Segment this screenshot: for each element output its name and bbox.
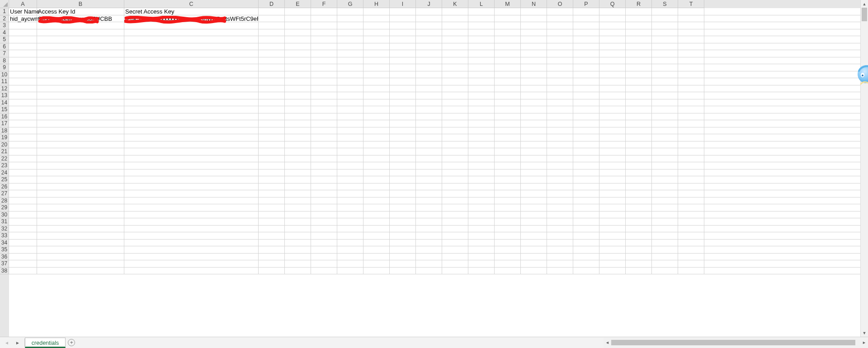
cell-D10[interactable] bbox=[259, 71, 285, 78]
cell-I8[interactable] bbox=[390, 57, 416, 64]
cell-B10[interactable] bbox=[37, 71, 124, 78]
cell-R35[interactable] bbox=[626, 246, 652, 253]
cell-F21[interactable] bbox=[311, 148, 337, 155]
cell-D28[interactable] bbox=[259, 198, 285, 204]
cell-F20[interactable] bbox=[311, 141, 337, 148]
scroll-down-button[interactable]: ▼ bbox=[861, 329, 868, 337]
cell-S11[interactable] bbox=[652, 78, 678, 85]
cell-B30[interactable] bbox=[37, 212, 124, 218]
cell-N20[interactable] bbox=[521, 141, 547, 148]
cell-H37[interactable] bbox=[363, 260, 390, 267]
cell-H30[interactable] bbox=[363, 212, 390, 218]
cell-C32[interactable] bbox=[124, 226, 259, 232]
cell-L17[interactable] bbox=[468, 120, 495, 127]
cell-H15[interactable] bbox=[363, 106, 390, 113]
cell-D5[interactable] bbox=[259, 36, 285, 43]
cell-C24[interactable] bbox=[124, 169, 259, 176]
cell-F1[interactable] bbox=[311, 8, 337, 15]
cell-J2[interactable] bbox=[416, 15, 442, 22]
cell-P3[interactable] bbox=[573, 22, 599, 29]
cell-M13[interactable] bbox=[495, 92, 521, 99]
cell-H16[interactable] bbox=[363, 113, 390, 120]
cell-B37[interactable] bbox=[37, 260, 124, 267]
cell-M29[interactable] bbox=[495, 204, 521, 211]
cell-I18[interactable] bbox=[390, 127, 416, 134]
cell-R29[interactable] bbox=[626, 204, 652, 211]
cell-S3[interactable] bbox=[652, 22, 678, 29]
cell-C3[interactable] bbox=[124, 22, 259, 29]
cell-C20[interactable] bbox=[124, 141, 259, 148]
cell-Q3[interactable] bbox=[599, 22, 626, 29]
cell-N24[interactable] bbox=[521, 169, 547, 176]
cell-A4[interactable] bbox=[9, 29, 37, 36]
cell-T38[interactable] bbox=[678, 268, 704, 274]
cell-G25[interactable] bbox=[337, 176, 363, 183]
cell-E15[interactable] bbox=[285, 106, 311, 113]
cell-F12[interactable] bbox=[311, 85, 337, 92]
cell-A1[interactable]: User Name bbox=[9, 8, 37, 15]
cell-I5[interactable] bbox=[390, 36, 416, 43]
horizontal-scrollbar[interactable]: ◄ ► bbox=[604, 337, 868, 348]
cell-T31[interactable] bbox=[678, 218, 704, 225]
cell-C19[interactable] bbox=[124, 134, 259, 141]
cell-C7[interactable] bbox=[124, 50, 259, 57]
cell-A8[interactable] bbox=[9, 57, 37, 64]
cell-F17[interactable] bbox=[311, 120, 337, 127]
cell-M5[interactable] bbox=[495, 36, 521, 43]
cell-A19[interactable] bbox=[9, 134, 37, 141]
cell-H4[interactable] bbox=[363, 29, 390, 36]
cell-F4[interactable] bbox=[311, 29, 337, 36]
cell-D37[interactable] bbox=[259, 260, 285, 267]
cell-M15[interactable] bbox=[495, 106, 521, 113]
cell-E38[interactable] bbox=[285, 268, 311, 274]
cell-D22[interactable] bbox=[259, 155, 285, 162]
cell-P37[interactable] bbox=[573, 260, 599, 267]
cell-I23[interactable] bbox=[390, 162, 416, 169]
cell-D20[interactable] bbox=[259, 141, 285, 148]
cell-M32[interactable] bbox=[495, 226, 521, 232]
cell-K37[interactable] bbox=[442, 260, 468, 267]
cell-Q33[interactable] bbox=[599, 232, 626, 239]
row-header-9[interactable]: 9 bbox=[0, 64, 9, 71]
row-header-33[interactable]: 33 bbox=[0, 232, 9, 240]
cell-A28[interactable] bbox=[9, 198, 37, 204]
cell-A35[interactable] bbox=[9, 246, 37, 253]
cell-T17[interactable] bbox=[678, 120, 704, 127]
cell-J34[interactable] bbox=[416, 240, 442, 246]
cell-J5[interactable] bbox=[416, 36, 442, 43]
cell-B23[interactable] bbox=[37, 162, 124, 169]
cell-F3[interactable] bbox=[311, 22, 337, 29]
cell-D4[interactable] bbox=[259, 29, 285, 36]
cell-Q4[interactable] bbox=[599, 29, 626, 36]
row-header-31[interactable]: 31 bbox=[0, 218, 9, 226]
column-header-C[interactable]: C bbox=[124, 0, 259, 8]
cell-I29[interactable] bbox=[390, 204, 416, 211]
cell-G20[interactable] bbox=[337, 141, 363, 148]
cell-D29[interactable] bbox=[259, 204, 285, 211]
cell-R8[interactable] bbox=[626, 57, 652, 64]
cell-Q37[interactable] bbox=[599, 260, 626, 267]
cell-E11[interactable] bbox=[285, 78, 311, 85]
cell-B14[interactable] bbox=[37, 99, 124, 106]
cell-M33[interactable] bbox=[495, 232, 521, 239]
cell-L16[interactable] bbox=[468, 113, 495, 120]
cell-H11[interactable] bbox=[363, 78, 390, 85]
row-header-1[interactable]: 1 bbox=[0, 8, 9, 15]
column-header-D[interactable]: D bbox=[259, 0, 285, 8]
cell-K34[interactable] bbox=[442, 240, 468, 246]
cell-K4[interactable] bbox=[442, 29, 468, 36]
cell-M19[interactable] bbox=[495, 134, 521, 141]
cell-N5[interactable] bbox=[521, 36, 547, 43]
vertical-scroll-track[interactable] bbox=[861, 8, 868, 329]
cell-K15[interactable] bbox=[442, 106, 468, 113]
cell-T2[interactable] bbox=[678, 15, 704, 22]
cell-T19[interactable] bbox=[678, 134, 704, 141]
cell-T22[interactable] bbox=[678, 155, 704, 162]
cell-D13[interactable] bbox=[259, 92, 285, 99]
cell-L35[interactable] bbox=[468, 246, 495, 253]
cell-T9[interactable] bbox=[678, 64, 704, 71]
cell-P2[interactable] bbox=[573, 15, 599, 22]
cell-F14[interactable] bbox=[311, 99, 337, 106]
cell-L10[interactable] bbox=[468, 71, 495, 78]
cell-E32[interactable] bbox=[285, 226, 311, 232]
